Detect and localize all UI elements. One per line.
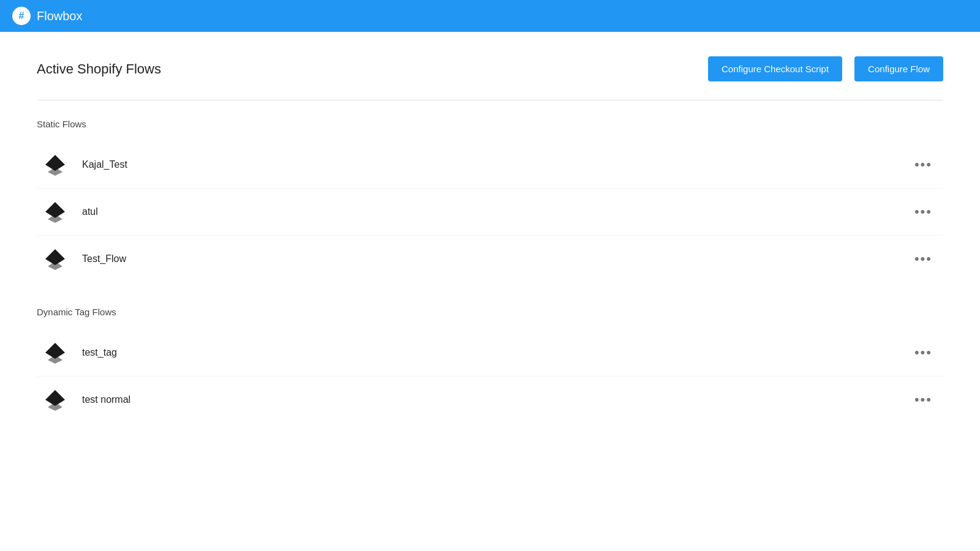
logo-icon: # bbox=[12, 7, 31, 25]
flow-name: atul bbox=[82, 206, 910, 217]
static-flows-list: Kajal_Test ••• atul ••• bbox=[37, 141, 943, 282]
flow-menu-button[interactable]: ••• bbox=[910, 389, 937, 410]
dynamic-flows-list: test_tag ••• test normal ••• bbox=[37, 329, 943, 423]
static-flows-title: Static Flows bbox=[37, 119, 943, 129]
static-flows-section: Static Flows Kajal_Test ••• bbox=[37, 119, 943, 282]
list-item: Kajal_Test ••• bbox=[37, 141, 943, 189]
configure-checkout-script-button[interactable]: Configure Checkout Script bbox=[708, 56, 842, 81]
page-header: Active Shopify Flows Configure Checkout … bbox=[37, 56, 943, 81]
dynamic-flows-title: Dynamic Tag Flows bbox=[37, 307, 943, 317]
svg-marker-1 bbox=[48, 167, 62, 176]
app-header: # Flowbox bbox=[0, 0, 980, 32]
list-item: test_tag ••• bbox=[37, 329, 943, 377]
main-content: Active Shopify Flows Configure Checkout … bbox=[0, 32, 980, 472]
svg-marker-7 bbox=[48, 355, 62, 364]
svg-marker-3 bbox=[48, 214, 62, 223]
flow-menu-button[interactable]: ••• bbox=[910, 154, 937, 175]
flow-menu-button[interactable]: ••• bbox=[910, 201, 937, 222]
flow-name: Kajal_Test bbox=[82, 159, 910, 170]
svg-marker-5 bbox=[48, 261, 62, 270]
flow-icon bbox=[43, 340, 67, 365]
flow-icon bbox=[43, 388, 67, 412]
header-actions: Configure Checkout Script Configure Flow bbox=[708, 56, 943, 81]
flow-icon bbox=[43, 247, 67, 271]
flow-icon bbox=[43, 152, 67, 177]
dynamic-flows-section: Dynamic Tag Flows test_tag ••• bbox=[37, 307, 943, 423]
page-title: Active Shopify Flows bbox=[37, 61, 161, 77]
app-logo: # Flowbox bbox=[12, 7, 82, 25]
flow-name: Test_Flow bbox=[82, 253, 910, 264]
configure-flow-button[interactable]: Configure Flow bbox=[854, 56, 943, 81]
flow-name: test_tag bbox=[82, 347, 910, 358]
list-item: test normal ••• bbox=[37, 377, 943, 423]
logo-text: Flowbox bbox=[37, 9, 82, 23]
flow-menu-button[interactable]: ••• bbox=[910, 249, 937, 269]
flow-name: test normal bbox=[82, 394, 910, 405]
flow-icon bbox=[43, 200, 67, 224]
list-item: Test_Flow ••• bbox=[37, 236, 943, 282]
list-item: atul ••• bbox=[37, 189, 943, 236]
top-divider bbox=[37, 100, 943, 100]
flow-menu-button[interactable]: ••• bbox=[910, 342, 937, 363]
svg-marker-9 bbox=[48, 402, 62, 411]
